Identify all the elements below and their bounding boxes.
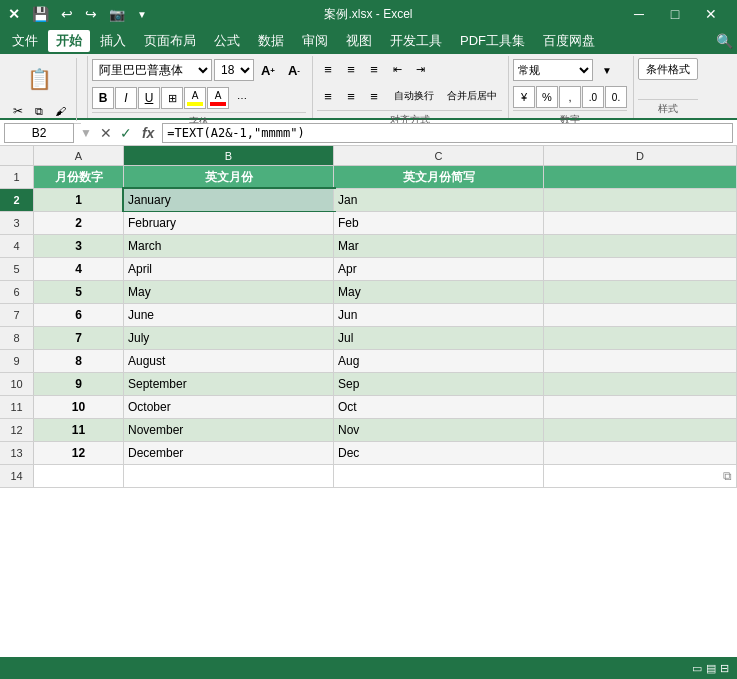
conditional-format-button[interactable]: 条件格式 xyxy=(638,58,698,80)
number-format-dropdown[interactable]: ▼ xyxy=(595,58,619,82)
cell-a1[interactable]: 月份数字 xyxy=(34,166,124,188)
bold-button[interactable]: B xyxy=(92,87,114,109)
cell-c1[interactable]: 英文月份简写 xyxy=(334,166,544,188)
font-color-button[interactable]: A xyxy=(207,87,229,109)
normal-view-icon[interactable]: ▭ xyxy=(692,662,702,675)
border-button[interactable]: ⊞ xyxy=(161,87,183,109)
merge-center-button[interactable]: 合并后居中 xyxy=(442,84,502,108)
decrease-font-button[interactable]: A- xyxy=(282,58,306,82)
save-button[interactable]: 💾 xyxy=(28,4,53,24)
cell-b4[interactable]: March xyxy=(124,235,334,257)
cell-a12[interactable]: 11 xyxy=(34,419,124,441)
confirm-icon[interactable]: ✓ xyxy=(120,125,132,141)
cell-c8[interactable]: Jul xyxy=(334,327,544,349)
cell-a4[interactable]: 3 xyxy=(34,235,124,257)
cell-b1[interactable]: 英文月份 xyxy=(124,166,334,188)
cell-d5[interactable] xyxy=(544,258,737,280)
copy-button[interactable]: ⧉ xyxy=(29,101,49,121)
indent-increase-button[interactable]: ⇥ xyxy=(409,58,431,80)
resize-handle-icon[interactable]: ⧉ xyxy=(723,469,732,483)
cut-button[interactable]: ✂ xyxy=(8,101,28,121)
decimal-decrease-button[interactable]: 0. xyxy=(605,86,627,108)
cell-b9[interactable]: August xyxy=(124,350,334,372)
cell-c5[interactable]: Apr xyxy=(334,258,544,280)
cell-b6[interactable]: May xyxy=(124,281,334,303)
menu-insert[interactable]: 插入 xyxy=(92,30,134,52)
cell-d11[interactable] xyxy=(544,396,737,418)
cell-c13[interactable]: Dec xyxy=(334,442,544,464)
number-format-select[interactable]: 常规 xyxy=(513,59,593,81)
cell-a8[interactable]: 7 xyxy=(34,327,124,349)
menu-home[interactable]: 开始 xyxy=(48,30,90,52)
align-top-left-button[interactable]: ≡ xyxy=(317,58,339,80)
cell-a3[interactable]: 2 xyxy=(34,212,124,234)
cell-a2[interactable]: 1 xyxy=(34,189,124,211)
align-top-center-button[interactable]: ≡ xyxy=(340,58,362,80)
increase-font-button[interactable]: A+ xyxy=(256,58,280,82)
currency-button[interactable]: ¥ xyxy=(513,86,535,108)
align-top-right-button[interactable]: ≡ xyxy=(363,58,385,80)
cell-b5[interactable]: April xyxy=(124,258,334,280)
cell-d4[interactable] xyxy=(544,235,737,257)
redo-button[interactable]: ↪ xyxy=(81,4,101,24)
menu-review[interactable]: 审阅 xyxy=(294,30,336,52)
cell-d1[interactable] xyxy=(544,166,737,188)
italic-button[interactable]: I xyxy=(115,87,137,109)
cell-d8[interactable] xyxy=(544,327,737,349)
cell-a11[interactable]: 10 xyxy=(34,396,124,418)
menu-file[interactable]: 文件 xyxy=(4,30,46,52)
cell-d6[interactable] xyxy=(544,281,737,303)
comma-button[interactable]: , xyxy=(559,86,581,108)
cell-c7[interactable]: Jun xyxy=(334,304,544,326)
maximize-button[interactable]: □ xyxy=(657,0,693,28)
cell-b13[interactable]: December xyxy=(124,442,334,464)
undo-button[interactable]: ↩ xyxy=(57,4,77,24)
cell-d10[interactable] xyxy=(544,373,737,395)
cell-c9[interactable]: Aug xyxy=(334,350,544,372)
cell-a13[interactable]: 12 xyxy=(34,442,124,464)
zoom-controls[interactable]: ▭ ▤ ⊟ xyxy=(692,662,729,675)
align-left-button[interactable]: ≡ xyxy=(317,85,339,107)
menu-pagelayout[interactable]: 页面布局 xyxy=(136,30,204,52)
cell-d13[interactable] xyxy=(544,442,737,464)
name-box[interactable]: B2 xyxy=(4,123,74,143)
indent-decrease-button[interactable]: ⇤ xyxy=(386,58,408,80)
col-header-a[interactable]: A xyxy=(34,146,124,165)
page-layout-icon[interactable]: ▤ xyxy=(706,662,716,675)
col-header-b[interactable]: B xyxy=(124,146,334,165)
font-name-select[interactable]: 阿里巴巴普惠体 xyxy=(92,59,212,81)
more-quickaccess-button[interactable]: ▼ xyxy=(133,7,151,22)
cancel-icon[interactable]: ✕ xyxy=(100,125,112,141)
col-header-d[interactable]: D xyxy=(544,146,737,165)
cell-c12[interactable]: Nov xyxy=(334,419,544,441)
cell-c14[interactable] xyxy=(334,465,544,487)
cell-c4[interactable]: Mar xyxy=(334,235,544,257)
menu-baidu[interactable]: 百度网盘 xyxy=(535,30,603,52)
menu-developer[interactable]: 开发工具 xyxy=(382,30,450,52)
menu-formula[interactable]: 公式 xyxy=(206,30,248,52)
paste-button[interactable]: 📋 xyxy=(21,58,57,100)
cell-c6[interactable]: May xyxy=(334,281,544,303)
cell-b8[interactable]: July xyxy=(124,327,334,349)
align-center-button[interactable]: ≡ xyxy=(340,85,362,107)
screenshot-button[interactable]: 📷 xyxy=(105,5,129,24)
cell-b14[interactable] xyxy=(124,465,334,487)
cell-a5[interactable]: 4 xyxy=(34,258,124,280)
col-header-c[interactable]: C xyxy=(334,146,544,165)
align-right-button[interactable]: ≡ xyxy=(363,85,385,107)
cell-b11[interactable]: October xyxy=(124,396,334,418)
font-size-select[interactable]: 18 xyxy=(214,59,254,81)
menu-view[interactable]: 视图 xyxy=(338,30,380,52)
cell-a14[interactable] xyxy=(34,465,124,487)
percent-button[interactable]: % xyxy=(536,86,558,108)
cell-b7[interactable]: June xyxy=(124,304,334,326)
cell-c11[interactable]: Oct xyxy=(334,396,544,418)
page-break-icon[interactable]: ⊟ xyxy=(720,662,729,675)
cell-c2[interactable]: Jan xyxy=(334,189,544,211)
search-icon[interactable]: 🔍 xyxy=(716,33,733,49)
cell-a9[interactable]: 8 xyxy=(34,350,124,372)
underline-button[interactable]: U xyxy=(138,87,160,109)
cell-d2[interactable] xyxy=(544,189,737,211)
format-painter-button[interactable]: 🖌 xyxy=(50,101,70,121)
cell-d14[interactable]: ⧉ xyxy=(544,465,737,487)
